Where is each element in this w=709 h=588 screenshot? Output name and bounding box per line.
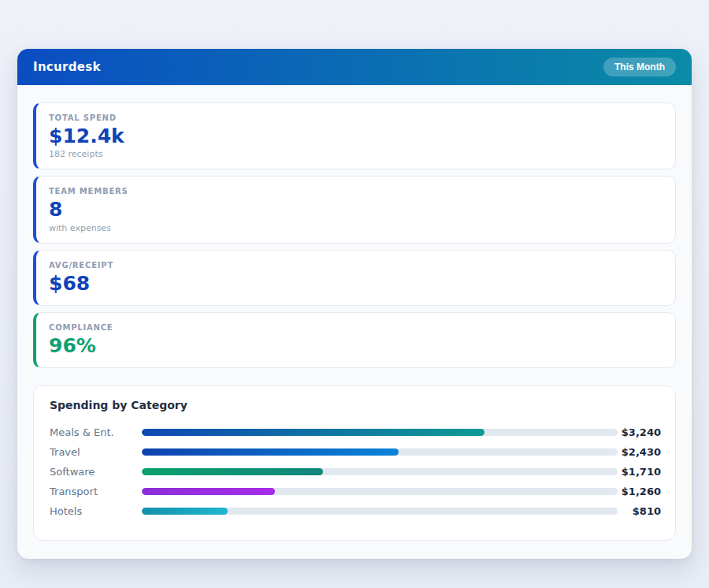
bar-fill bbox=[142, 508, 228, 515]
chart-row-software: Software$1,710 bbox=[48, 462, 661, 482]
category-value: $1,710 bbox=[618, 466, 661, 478]
stat-value: $12.4k bbox=[49, 124, 663, 148]
stat-label: TEAM MEMBERS bbox=[49, 187, 663, 195]
bar-fill bbox=[142, 488, 275, 495]
bar-track bbox=[142, 488, 618, 495]
stat-card-team-members: TEAM MEMBERS8with expenses bbox=[33, 176, 676, 243]
category-label: Software bbox=[48, 466, 142, 478]
stat-subtext: with expenses bbox=[49, 223, 663, 233]
stat-value: $68 bbox=[49, 271, 663, 296]
stat-value: 8 bbox=[49, 197, 663, 221]
app-header: Incurdesk This Month bbox=[17, 49, 692, 85]
dashboard-panel: Incurdesk This Month TOTAL SPEND$12.4k18… bbox=[17, 49, 692, 559]
dashboard-body: TOTAL SPEND$12.4k182 receiptsTEAM MEMBER… bbox=[17, 85, 692, 559]
stats-list: TOTAL SPEND$12.4k182 receiptsTEAM MEMBER… bbox=[33, 102, 676, 368]
chart-row-travel: Travel$2,430 bbox=[48, 442, 661, 462]
chart-title: Spending by Category bbox=[50, 399, 661, 411]
chart-row-hotels: Hotels$810 bbox=[48, 501, 661, 521]
spending-chart-card: Spending by Category Meals & Ent.$3,240T… bbox=[33, 385, 676, 541]
bar-track bbox=[142, 508, 618, 515]
app-title: Incurdesk bbox=[33, 60, 101, 74]
stat-card-avg-receipt: AVG/RECEIPT$68 bbox=[33, 250, 676, 306]
bar-fill bbox=[142, 429, 484, 436]
category-value: $810 bbox=[618, 505, 661, 517]
bar-fill bbox=[142, 448, 399, 456]
chart-row-transport: Transport$1,260 bbox=[48, 482, 661, 501]
bar-track bbox=[142, 448, 618, 456]
stat-subtext: 182 receipts bbox=[49, 149, 663, 159]
stat-label: TOTAL SPEND bbox=[49, 114, 663, 122]
category-value: $2,430 bbox=[618, 446, 661, 458]
period-badge[interactable]: This Month bbox=[603, 58, 676, 76]
category-value: $1,260 bbox=[618, 486, 661, 497]
stat-value: 96% bbox=[49, 333, 663, 358]
bar-track bbox=[142, 429, 618, 436]
category-label: Meals & Ent. bbox=[48, 426, 142, 438]
category-value: $3,240 bbox=[618, 426, 661, 438]
stat-card-compliance: COMPLIANCE96% bbox=[33, 312, 676, 368]
stat-label: COMPLIANCE bbox=[49, 323, 663, 332]
chart-row-meals-ent-: Meals & Ent.$3,240 bbox=[48, 422, 661, 442]
chart-rows: Meals & Ent.$3,240Travel$2,430Software$1… bbox=[48, 422, 661, 521]
category-label: Hotels bbox=[48, 505, 142, 517]
bar-fill bbox=[142, 468, 323, 475]
bar-track bbox=[142, 468, 618, 475]
stat-label: AVG/RECEIPT bbox=[49, 261, 663, 270]
category-label: Transport bbox=[48, 486, 142, 497]
stat-card-total-spend: TOTAL SPEND$12.4k182 receipts bbox=[33, 102, 676, 169]
category-label: Travel bbox=[48, 446, 142, 458]
